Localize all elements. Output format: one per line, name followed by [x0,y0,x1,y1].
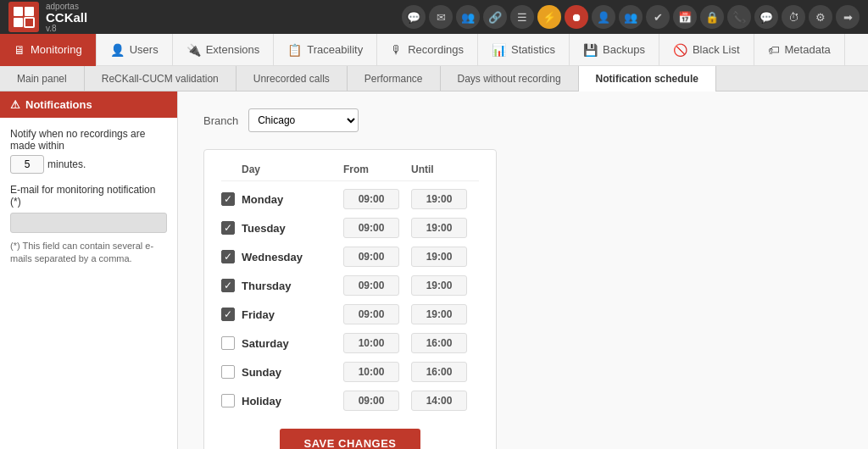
icon-group[interactable]: 👥 [619,5,643,29]
nav-users-label: Users [130,43,159,56]
table-row: ✓Friday09:0019:00 [221,300,479,329]
checkbox-friday[interactable]: ✓ [221,308,235,321]
checkbox-wednesday[interactable]: ✓ [221,250,235,263]
nav-recordings[interactable]: 🎙 Recordings [377,34,478,66]
users-icon: 👤 [110,43,125,57]
blacklist-icon: 🚫 [673,43,687,57]
from-monday: 09:00 [343,189,411,209]
col-day-header: Day [242,164,343,175]
table-row: ✓Tuesday09:0019:00 [221,213,479,242]
from-sunday: 10:00 [343,362,411,382]
day-saturday: Saturday [242,337,343,350]
icon-lock[interactable]: 🔒 [700,5,724,29]
email-input[interactable] [10,213,167,233]
until-friday: 19:00 [411,304,479,324]
icon-bubble[interactable]: 💬 [754,5,778,29]
until-tuesday: 19:00 [411,218,479,238]
app-name: CCKall [46,11,87,24]
save-btn-row: SAVE CHANGES [221,429,479,449]
app-adportas: adportas [46,2,87,11]
email-hint: (*) This field can contain several e-mai… [10,240,167,266]
icon-logout[interactable]: ➡ [836,5,860,29]
nav-blacklist-label: Black List [693,43,740,56]
save-changes-button[interactable]: SAVE CHANGES [280,429,420,449]
sub-nav-notification-schedule[interactable]: Notification schedule [579,66,716,91]
icon-check[interactable]: ✔ [646,5,670,29]
until-wednesday: 19:00 [411,247,479,267]
table-row: ✓Wednesday09:0019:00 [221,242,479,271]
svg-rect-0 [14,7,23,16]
schedule-rows: ✓Monday09:0019:00✓Tuesday09:0019:00✓Wedn… [221,185,479,415]
checkbox-saturday[interactable] [221,336,235,350]
icon-user[interactable]: 👤 [592,5,615,29]
icon-phone[interactable]: 📞 [727,5,751,29]
monitoring-icon: 🖥 [14,43,25,57]
table-row: ✓Monday09:0019:00 [221,185,479,213]
nav-statistics[interactable]: 📊 Statistics [478,34,570,66]
statistics-icon: 📊 [492,43,506,57]
day-holiday: Holiday [242,395,343,407]
until-holiday: 14:00 [411,391,479,411]
checkbox-tuesday[interactable]: ✓ [221,221,235,235]
nav-monitoring-label: Monitoring [31,43,82,56]
icon-chat[interactable]: 💬 [402,5,426,29]
notify-text-before: Notify when no recordings are made withi… [10,128,167,152]
sidebar-header: ⚠ Notifications [0,91,177,118]
icon-calendar[interactable]: 📅 [673,5,697,29]
nav-metadata[interactable]: 🏷 Metadata [754,34,845,66]
icon-settings[interactable]: ⚙ [809,5,832,29]
traceability-icon: 📋 [287,43,302,57]
nav-extensions-label: Extensions [206,43,260,56]
nav-extensions[interactable]: 🔌 Extensions [173,34,275,66]
nav-backups-label: Backups [603,43,645,56]
branch-row: Branch Chicago New York Los Angeles [203,108,843,132]
logo-area: adportas CCKall v.8 [8,2,87,33]
sidebar-content: Notify when no recordings are made withi… [0,118,177,276]
table-row: Sunday10:0016:00 [221,358,479,386]
until-monday: 19:00 [411,189,479,209]
notify-text-after: minutes. [47,158,86,170]
nav-backups[interactable]: 💾 Backups [570,34,659,66]
nav-traceability[interactable]: 📋 Traceability [274,34,377,66]
backups-icon: 💾 [583,43,598,57]
svg-rect-2 [14,18,23,27]
email-label: E-mail for monitoring notification (*) [10,184,167,208]
col-from-header: From [343,164,411,175]
day-monday: Monday [242,193,343,206]
nav-users[interactable]: 👤 Users [97,34,173,66]
from-saturday: 10:00 [343,333,411,353]
nav-blacklist[interactable]: 🚫 Black List [659,34,754,66]
table-row: Holiday09:0014:00 [221,386,479,415]
icon-mail[interactable]: ✉ [429,5,453,29]
sub-nav: Main panel ReCKall-CUCM validation Unrec… [0,66,868,91]
from-wednesday: 09:00 [343,247,411,267]
checkbox-holiday[interactable] [221,394,235,407]
metadata-icon: 🏷 [768,43,780,57]
icon-toggle[interactable]: ⏺ [565,5,588,29]
branch-select[interactable]: Chicago New York Los Angeles [248,108,359,132]
nav-traceability-label: Traceability [307,43,363,56]
icon-clock[interactable]: ⏱ [782,5,805,29]
checkbox-sunday[interactable] [221,365,235,379]
app-version: v.8 [46,24,87,33]
top-icons: 💬 ✉ 👥 🔗 ☰ ⚡ ⏺ 👤 👥 ✔ 📅 🔒 📞 💬 ⏱ ⚙ ➡ [101,5,860,29]
warning-icon: ⚠ [10,98,20,111]
icon-users[interactable]: 👥 [456,5,480,29]
checkbox-monday[interactable]: ✓ [221,192,235,206]
sub-nav-performance[interactable]: Performance [348,66,441,91]
notify-minutes-row: Notify when no recordings are made withi… [10,128,167,174]
day-thursday: Thursday [242,280,343,292]
icon-menu[interactable]: ☰ [510,5,534,29]
sub-nav-main-panel[interactable]: Main panel [0,66,85,91]
icon-link[interactable]: 🔗 [483,5,507,29]
from-thursday: 09:00 [343,275,411,296]
branch-label: Branch [203,114,238,127]
checkbox-thursday[interactable]: ✓ [221,279,235,292]
minutes-input[interactable] [10,155,44,174]
recordings-icon: 🎙 [391,43,403,57]
nav-monitoring[interactable]: 🖥 Monitoring [0,34,97,66]
sub-nav-days-without[interactable]: Days without recording [441,66,579,91]
icon-lightning[interactable]: ⚡ [537,5,561,29]
sub-nav-reckall[interactable]: ReCKall-CUCM validation [85,66,236,91]
sub-nav-unrecorded[interactable]: Unrecorded calls [236,66,348,91]
